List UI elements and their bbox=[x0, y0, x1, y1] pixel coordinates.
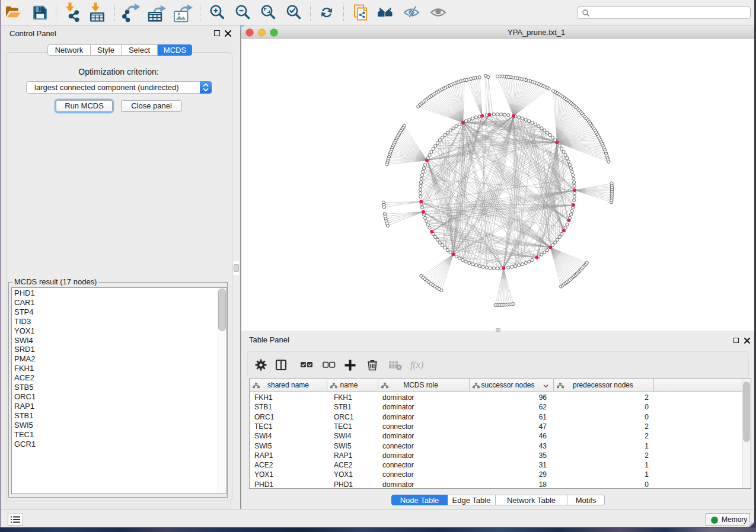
svg-text:f(x): f(x) bbox=[410, 360, 423, 370]
